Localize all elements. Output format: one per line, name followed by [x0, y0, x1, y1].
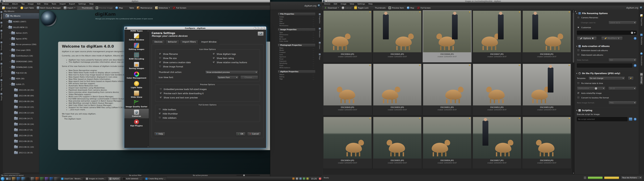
menu-item-settings[interactable]: Settings — [78, 3, 86, 5]
menu-item-view[interactable]: View — [44, 3, 48, 5]
right-tab-metadata[interactable]: Metadata — [640, 33, 643, 46]
tab-behavior[interactable]: Behavior — [165, 40, 179, 44]
menu-item-view[interactable]: View — [350, 3, 354, 5]
checkbox-show-filename[interactable] — [159, 52, 162, 56]
cancel-button[interactable]: ✕ Cancel — [247, 132, 261, 136]
download-button[interactable]: Download▼ — [323, 6, 340, 10]
menu-item-help[interactable]: Help — [368, 3, 373, 5]
album-tree-item[interactable]: ▸Aix en provence (356) — [3, 42, 39, 47]
settings-category-light-table[interactable]: Light Table — [124, 80, 149, 90]
settings-category-editing-images[interactable]: Editing Images — [124, 42, 149, 52]
photo-launcher-icon[interactable] — [40, 177, 44, 180]
checkbox-date-sub-albums[interactable] — [577, 54, 580, 56]
expander-icon[interactable]: ▸ — [9, 66, 11, 68]
menu-item-export[interactable]: Export — [69, 3, 75, 5]
checkbox-show-digikam-tags[interactable] — [212, 52, 215, 56]
checkbox-hide-thumbbar[interactable] — [158, 112, 161, 115]
checkbox-show-camera-creation-date[interactable] — [159, 61, 162, 64]
template-combo[interactable]: Do not change▼ — [588, 76, 625, 80]
slider-knob[interactable] — [243, 174, 245, 176]
right-tab-metadata[interactable]: Metadata — [319, 28, 321, 38]
section-header-scripting[interactable]: ▼Scripting — [576, 109, 637, 112]
expander-icon[interactable]: ▸ — [9, 78, 11, 80]
toggle-lock-button[interactable]: Toggle Lock — [353, 6, 370, 10]
info-icon[interactable]: i — [634, 37, 636, 40]
checkbox-fix-date-time[interactable] — [577, 82, 580, 85]
right-tab-colors[interactable]: Colors — [319, 42, 321, 49]
browser-launcher-icon[interactable] — [17, 177, 20, 180]
table-button[interactable]: Table — [124, 6, 135, 10]
settings-category-saving-images[interactable]: Saving Images — [124, 61, 149, 70]
vscroll-thumb[interactable] — [573, 12, 574, 62]
clear-input-icon[interactable]: ✕ — [631, 32, 633, 34]
right-tab-settings[interactable]: Settings — [640, 72, 643, 84]
thumbnails-button[interactable]: Thumbnails — [370, 6, 387, 10]
thumbnail-dsc00851-jpg[interactable]: ★DSC00851.JPGcreated: 12/03/2014 16:07 — [422, 63, 472, 116]
album-tree-item[interactable]: ▸Agnes (976) — [3, 36, 39, 42]
menu-item-browse[interactable]: Browse — [2, 3, 9, 5]
expander-icon[interactable]: ▾ — [6, 27, 8, 28]
expander-icon[interactable]: ▾ — [9, 84, 11, 85]
new-format-combo[interactable]: PNG▼ — [608, 101, 636, 104]
maximize-icon[interactable]: ▴ — [260, 27, 262, 30]
album-tree-item[interactable]: 2013-06-17 (5) — [3, 127, 39, 133]
checkbox-preview-each-item-while-downloading-it[interactable] — [159, 92, 162, 95]
batch-queue-manager-button[interactable]: Batch Queue Manager — [36, 6, 62, 10]
office-launcher-icon[interactable] — [50, 177, 53, 180]
task-button-digikam[interactable]: digiKam — [108, 177, 121, 181]
settings-category-image-quality-sorter[interactable]: Image Quality Sorter — [124, 99, 149, 109]
ok-button[interactable]: ✓ OK — [236, 132, 246, 136]
menu-item-device[interactable]: Device — [324, 3, 330, 5]
expander-icon[interactable]: ▸ — [9, 32, 11, 34]
album-tree-item[interactable]: ▸Adrien (537) — [3, 30, 39, 36]
radio-camera-filenames[interactable] — [577, 16, 580, 19]
right-tab-geolocation[interactable]: Geolocation — [640, 52, 643, 67]
icon-font-combo[interactable]: System Font▼ — [217, 76, 239, 79]
thumbnail-dsc00850-jpg[interactable]: ★DSC00850.JPGcreated: 12/03/2014 16:07 — [373, 63, 422, 116]
sidebar-tab-people[interactable]: People — [0, 93, 2, 100]
tab-devices[interactable]: Devices — [152, 40, 165, 44]
thumbnail-dsc00858-jpg[interactable]: ★DSC00858.JPGcreated: 12/03/2014 16:07 — [522, 116, 572, 169]
settings-category-slide-show[interactable]: Slide Show — [124, 90, 149, 99]
sidebar-tab-map-search[interactable]: Map Search — [0, 79, 2, 91]
terminal-launcher-icon[interactable] — [26, 177, 30, 180]
task-button-create-blog-entry[interactable]: Create Blog entry ... — [144, 177, 167, 181]
import-button[interactable]: Import▼ — [62, 6, 76, 10]
thumbnail-click-combo[interactable]: Show embedded preview▼ — [205, 70, 258, 74]
main-titlebar[interactable]: digiKam — [0, 0, 270, 2]
help-button[interactable]: ? Help — [154, 132, 165, 136]
chat-launcher-icon[interactable] — [45, 177, 48, 180]
time-value-spinner[interactable]: 15:22◆ — [608, 86, 636, 90]
album-tree-item[interactable]: ▸HDR (30) — [3, 76, 39, 82]
section-header-file-renaming-options[interactable]: ▼File Renaming Options — [576, 12, 637, 14]
menu-item-settings[interactable]: Settings — [358, 3, 365, 5]
sidebar-tab-timeline[interactable]: Timeline — [0, 42, 2, 50]
album-tree-item[interactable]: 2013-06-16 (14) — [3, 121, 39, 127]
close-icon[interactable]: ✕ — [263, 27, 265, 30]
import-titlebar[interactable]: Images on /run/media/gilles/disk - digiK… — [322, 0, 644, 2]
sidebar-tab-search[interactable]: Search — [0, 53, 2, 60]
template-edit-button[interactable] — [628, 76, 634, 80]
album-tree-item[interactable]: 2013-05-18 (31) — [3, 87, 39, 93]
task-button-lloyd-cole-nevers[interactable]: Lloyd Cole - Nevers... — [60, 177, 84, 181]
info-icon[interactable]: i — [634, 64, 636, 67]
checkbox-show-image-format[interactable] — [159, 65, 162, 68]
hscroll-thumb[interactable] — [4, 173, 19, 174]
files-launcher-icon[interactable] — [12, 177, 16, 180]
thumbnail-dsc00847-jpg[interactable]: ★DSC00847.JPGcreated: 12/03/2014 16:07 — [472, 10, 522, 62]
editor-launcher-icon[interactable] — [31, 177, 34, 180]
volume-tray-icon[interactable] — [299, 178, 302, 180]
section-header-auto-creation-of-albums[interactable]: ▼Auto-creation of Albums — [576, 45, 637, 48]
clipboard-tray-icon[interactable] — [296, 178, 298, 180]
scroll-right-icon[interactable]: ▸ — [20, 173, 20, 174]
media-launcher-icon[interactable] — [36, 177, 39, 180]
section-header-on-the-fly-operations-jpeg-only[interactable]: ▼On the Fly Operations (JPEG only) — [576, 72, 637, 74]
thumbnail-dsc00856-jpg[interactable]: ★DSC00856.JPGcreated: 12/03/2014 16:07 — [422, 116, 472, 169]
thumbnail-dsc00857-jpg[interactable]: ★DSC00857.JPGcreated: 12/03/2014 16:07 — [472, 116, 522, 169]
menu-item-help[interactable]: Help — [90, 3, 94, 5]
notifications-tray-icon[interactable] — [306, 178, 309, 180]
mail-launcher-icon[interactable] — [22, 177, 25, 180]
album-tree-item[interactable]: ▸Contributeurs (16) — [3, 53, 39, 59]
category-scroll-down-icon[interactable]: ▾ — [148, 146, 148, 148]
change-case-combo[interactable]: Leave as-is▼ — [608, 21, 636, 24]
